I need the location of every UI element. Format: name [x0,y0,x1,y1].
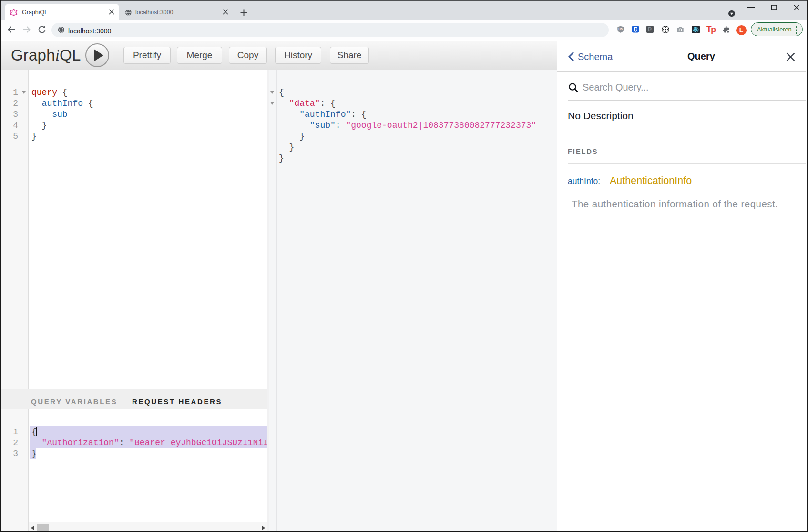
svg-text:UD: UD [618,28,622,31]
